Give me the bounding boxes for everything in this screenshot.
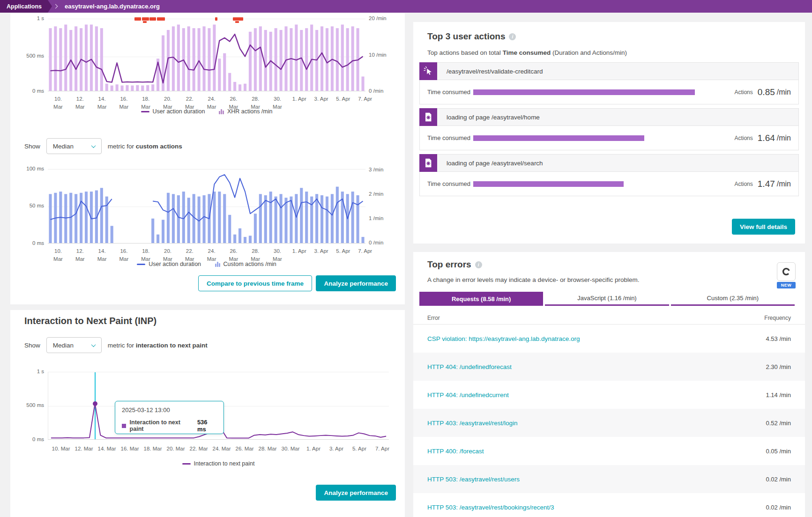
top-actions-subtitle: Top actions based on total Time consumed…: [427, 49, 627, 56]
y-axis-label: 1 s: [10, 16, 44, 22]
user-action-name[interactable]: /easytravel/rest/validate-creditcard: [437, 68, 543, 75]
error-row: HTTP 503: /easytravel/rest/bookings/rece…: [413, 493, 805, 517]
error-frequency: 0.02 /min: [766, 504, 791, 511]
y-axis-label-right: 10 /min: [369, 52, 402, 58]
x-axis-label: 30. Mar: [282, 445, 300, 453]
x-axis-label: 10. Mar: [52, 445, 70, 453]
x-axis-label: 5. Apr: [336, 95, 350, 103]
error-row: HTTP 404: /undefinedforecast2.30 /min: [413, 353, 805, 381]
info-icon[interactable]: i: [509, 33, 516, 40]
legend-item[interactable]: User action duration: [141, 108, 205, 115]
error-frequency: 0.52 /min: [766, 420, 791, 427]
line-swatch-icon: [141, 111, 149, 112]
user-action-name[interactable]: loading of page /easytravel/home: [437, 114, 540, 121]
tooltip-value: 536 ms: [197, 419, 217, 433]
legend-item[interactable]: Custom actions /min: [215, 261, 276, 267]
user-action-item: loading of page /easytravel/homeTime con…: [419, 108, 799, 150]
error-link[interactable]: HTTP 400: /forecast: [427, 448, 484, 455]
error-marker[interactable]: [215, 17, 217, 21]
show-label: Show: [24, 143, 40, 150]
error-marker[interactable]: [143, 21, 147, 23]
user-action-metrics: Time consumedActions1.47/min: [419, 172, 799, 196]
user-action-header[interactable]: loading of page /easytravel/home: [419, 108, 799, 126]
error-marker[interactable]: [157, 17, 165, 21]
time-consumed-bar-fill: [473, 181, 624, 187]
user-action-header[interactable]: loading of page /easytravel/search: [419, 154, 799, 172]
bars-swatch-icon: [215, 261, 220, 267]
user-action-duration-custom-chart[interactable]: [48, 169, 365, 244]
error-marker[interactable]: [134, 17, 141, 21]
x-axis-label: 16. Mar: [121, 445, 139, 453]
actions-rate-unit: /min: [777, 88, 791, 96]
chart-legend: User action durationCustom actions /min: [48, 261, 365, 267]
y-axis-label-right: 0 /min: [369, 240, 402, 246]
y-axis-label: 0 ms: [10, 89, 44, 94]
x-axis-label: 1. Apr: [292, 247, 306, 255]
x-axis-label: 12. Mar: [75, 445, 93, 453]
top-errors-subtitle: A change in error levels may indicate a …: [427, 276, 639, 283]
error-frequency: 1.14 /min: [766, 391, 791, 399]
error-marker[interactable]: [142, 17, 149, 21]
error-link[interactable]: HTTP 403: /easytravel/rest/login: [427, 420, 518, 427]
x-axis-label: 26. Mar: [236, 445, 254, 453]
show-label: Show: [24, 342, 40, 349]
error-link[interactable]: HTTP 503: /easytravel/rest/users: [427, 476, 520, 483]
analyze-performance-button[interactable]: Analyze performance: [316, 275, 396, 291]
x-axis-label: 7. Apr: [375, 445, 389, 453]
legend-label: User action duration: [149, 261, 201, 267]
error-row: HTTP 404: /undefinedcurrent1.14 /min: [413, 381, 805, 409]
user-action-header[interactable]: /easytravel/rest/validate-creditcard: [419, 62, 799, 80]
error-frequency: 0.05 /min: [766, 448, 791, 455]
x-axis-label: 7. Apr: [358, 95, 372, 103]
error-marker[interactable]: [149, 17, 156, 21]
user-action-name[interactable]: loading of page /easytravel/search: [437, 160, 543, 167]
x-axis-label: 5. Apr: [336, 247, 350, 255]
tab-custom[interactable]: Custom (2.35 /min): [671, 292, 795, 306]
time-consumed-label: Time consumed: [427, 134, 473, 141]
legend-label: XHR actions /min: [227, 108, 273, 115]
x-axis-label: 28. Mar: [259, 445, 277, 453]
error-table-header: Error Frequency: [413, 312, 805, 325]
error-marker[interactable]: [233, 17, 243, 21]
error-column-header: Error: [427, 315, 440, 321]
new-badge: NEW: [777, 282, 796, 288]
y-axis-label-right: 2 /min: [369, 192, 402, 197]
xhr-action-icon: [419, 62, 437, 80]
x-axis-label: 24. Mar: [213, 445, 231, 453]
error-link[interactable]: HTTP 404: /undefinedforecast: [427, 363, 512, 370]
error-link[interactable]: CSP violation: https://easytravel-ang.la…: [427, 335, 580, 342]
tab-javascript[interactable]: JavaScript (1.16 /min): [545, 292, 669, 306]
legend-item[interactable]: User action duration: [137, 261, 201, 267]
info-icon[interactable]: i: [475, 261, 482, 268]
x-axis-label: 3. Apr: [329, 445, 343, 453]
user-action-duration-xhr-chart[interactable]: [48, 19, 365, 91]
analyze-performance-button[interactable]: Analyze performance: [316, 485, 396, 501]
new-error-view-button[interactable]: [777, 262, 796, 281]
x-axis-label: 5. Apr: [352, 445, 366, 453]
error-marker[interactable]: [235, 21, 239, 23]
error-link[interactable]: HTTP 503: /easytravel/rest/bookings/rece…: [427, 504, 554, 511]
error-link[interactable]: HTTP 404: /undefinedcurrent: [427, 391, 509, 399]
actions-rate-unit: /min: [777, 134, 791, 142]
view-full-details-button[interactable]: View full details: [732, 219, 795, 235]
custom-actions-metric-control: Show Median metric for custom actions: [24, 138, 182, 154]
breadcrumb-current-app: easytravel-ang.lab.dynatrace.org: [65, 3, 160, 10]
top-actions-title: Top 3 user actions: [427, 31, 505, 42]
x-axis-label: 1. Apr: [292, 95, 306, 103]
time-consumed-label: Time consumed: [427, 180, 473, 187]
time-consumed-bar: [473, 181, 700, 187]
legend-item[interactable]: XHR actions /min: [219, 108, 272, 115]
metric-for-text: metric for custom actions: [108, 143, 182, 150]
frequency-column-header: Frequency: [764, 315, 791, 321]
error-frequency: 2.30 /min: [766, 363, 791, 370]
error-row: CSP violation: https://easytravel-ang.la…: [413, 325, 805, 353]
metric-dropdown[interactable]: Median: [46, 138, 102, 154]
compare-previous-timeframe-button[interactable]: Compare to previous time frame: [198, 275, 312, 291]
tab-requests[interactable]: Requests (8.58 /min): [419, 292, 543, 306]
breadcrumb-applications[interactable]: Applications: [0, 0, 52, 13]
y-axis-label-right: 1 /min: [369, 216, 402, 222]
legend-item[interactable]: Interaction to next paint: [182, 460, 255, 467]
actions-rate-unit: /min: [777, 180, 791, 188]
actions-rate-value: 0.85: [758, 87, 775, 97]
inp-metric-dropdown[interactable]: Median: [46, 337, 102, 353]
